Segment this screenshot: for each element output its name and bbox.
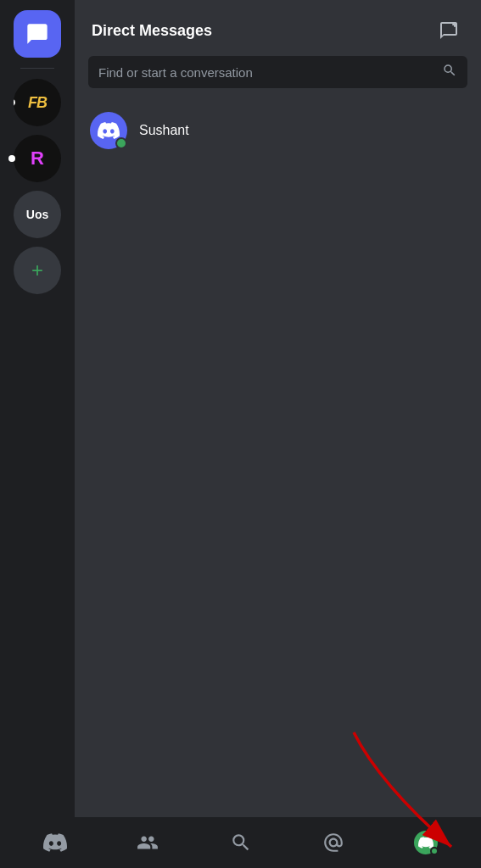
- discord-home-icon: [43, 831, 67, 854]
- sidebar-item-uos[interactable]: Uos: [14, 191, 61, 238]
- panel-title: Direct Messages: [92, 22, 212, 40]
- nav-item-friends[interactable]: [101, 817, 193, 868]
- profile-avatar: [414, 831, 438, 854]
- at-icon: [322, 832, 344, 854]
- nav-item-search[interactable]: [194, 817, 287, 868]
- search-bar[interactable]: Find or start a conversation: [88, 56, 467, 88]
- nav-item-home[interactable]: [8, 817, 101, 868]
- profile-status-dot: [430, 847, 439, 855]
- server-uos-abbr: Uos: [26, 208, 48, 221]
- server-r-abbr: R: [31, 147, 44, 170]
- plus-icon: +: [31, 260, 43, 281]
- unread-indicator: [14, 99, 15, 106]
- nav-item-profile[interactable]: [380, 817, 473, 868]
- nav-item-mentions[interactable]: [287, 817, 379, 868]
- friends-icon: [137, 832, 159, 854]
- sidebar-item-add-server[interactable]: +: [14, 247, 61, 294]
- search-icon: [442, 63, 457, 81]
- search-placeholder-text: Find or start a conversation: [98, 65, 435, 80]
- unread-indicator: [8, 155, 15, 162]
- sidebar-item-r[interactable]: R: [14, 135, 61, 182]
- main-panel: Direct Messages Find or start a conversa…: [75, 0, 481, 817]
- chat-icon: [25, 22, 49, 46]
- panel-header: Direct Messages: [75, 0, 481, 56]
- bottom-nav: [0, 817, 481, 868]
- status-dot-online: [115, 137, 127, 149]
- avatar-wrap: [90, 112, 127, 149]
- new-dm-icon: [439, 20, 459, 41]
- sidebar-item-fb[interactable]: FB: [14, 79, 61, 126]
- server-fb-abbr: FB: [28, 94, 47, 112]
- conversation-list: Sushant: [75, 102, 481, 817]
- new-dm-button[interactable]: [433, 15, 464, 46]
- sidebar-item-dm[interactable]: [14, 10, 61, 58]
- conversation-name: Sushant: [139, 123, 189, 138]
- conversation-item-sushant[interactable]: Sushant: [81, 105, 474, 156]
- sidebar: FB R Uos +: [0, 0, 75, 817]
- search-nav-icon: [230, 832, 252, 854]
